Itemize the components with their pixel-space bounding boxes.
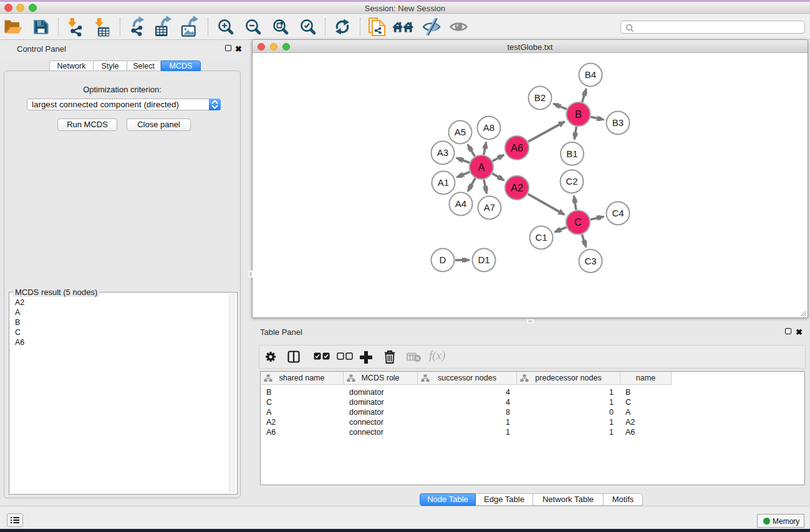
svg-text:C3: C3 xyxy=(584,256,596,266)
svg-text:B3: B3 xyxy=(612,117,624,128)
svg-text:B2: B2 xyxy=(534,92,546,103)
svg-text:A7: A7 xyxy=(484,202,495,213)
svg-text:D1: D1 xyxy=(478,254,489,265)
svg-text:A5: A5 xyxy=(455,127,466,137)
svg-text:C1: C1 xyxy=(535,232,547,243)
svg-text:C: C xyxy=(574,216,582,228)
svg-text:B1: B1 xyxy=(566,148,577,159)
svg-text:A8: A8 xyxy=(483,122,494,133)
svg-text:B: B xyxy=(575,109,582,120)
svg-text:A1: A1 xyxy=(438,177,449,188)
svg-text:D: D xyxy=(440,254,446,265)
svg-text:C2: C2 xyxy=(566,176,577,186)
svg-text:C4: C4 xyxy=(612,208,624,218)
svg-text:A6: A6 xyxy=(511,142,523,153)
svg-text:A: A xyxy=(478,162,485,173)
svg-text:A4: A4 xyxy=(455,198,466,209)
svg-text:A2: A2 xyxy=(511,182,523,193)
svg-text:A3: A3 xyxy=(437,147,448,158)
svg-text:B4: B4 xyxy=(585,69,596,80)
